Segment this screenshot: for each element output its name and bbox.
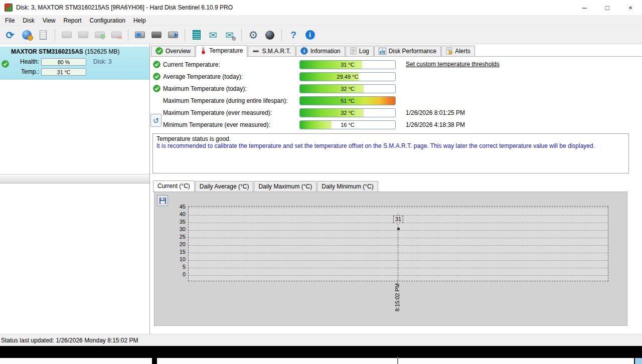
temperature-bar: 16 °C	[299, 120, 396, 129]
y-tick-label: 10	[169, 256, 186, 262]
maximize-button[interactable]: □	[596, 0, 619, 15]
gridline	[189, 260, 608, 261]
save-chart-button[interactable]	[157, 195, 168, 206]
tab-disk-performance[interactable]: Disk Performance	[374, 46, 441, 56]
y-tick-label: 20	[169, 241, 186, 247]
temperature-row-label: Current Temperature:	[163, 61, 220, 68]
chart-tab-daily-maximum-c[interactable]: Daily Maximum (°C)	[254, 181, 316, 192]
gridline	[189, 275, 608, 276]
app-logo-icon	[5, 4, 13, 12]
undo-icon: ↺	[153, 117, 159, 124]
y-tick-label: 40	[169, 211, 186, 217]
tab-bar: OverviewTemperatureS.M.A.R.T.iInformatio…	[151, 45, 642, 57]
tab-s-m-a-r-t[interactable]: S.M.A.R.T.	[248, 46, 295, 56]
disk-surface-icon[interactable]	[149, 28, 164, 42]
temperature-bar: 32 °C	[299, 108, 396, 117]
menu-disk[interactable]: Disk	[19, 16, 38, 25]
temperature-bar-value: 32 °C	[300, 110, 395, 116]
menu-view[interactable]: View	[39, 16, 60, 25]
tab-log[interactable]: Log	[346, 46, 374, 56]
world-status-icon[interactable]	[20, 28, 34, 42]
tab-alerts[interactable]: Alerts	[441, 46, 475, 56]
temperature-rows: Current Temperature:31 °CAverage Tempera…	[150, 59, 642, 131]
refresh-icon[interactable]: ⟳	[3, 28, 17, 42]
preferences-icon[interactable]	[263, 28, 277, 42]
tab-label: S.M.A.R.T.	[262, 48, 290, 55]
disk-remove-icon[interactable]	[109, 28, 123, 42]
health-bar: 80 %	[41, 58, 86, 66]
menu-report[interactable]: Report	[59, 16, 85, 25]
temperature-bar: 32 °C	[299, 84, 396, 93]
chart-tab-bar: Current (°C)Daily Average (°C)Daily Maxi…	[153, 180, 379, 192]
chart-tab-daily-minimum-c[interactable]: Daily Minimum (°C)	[317, 181, 378, 192]
desktop-fragment-mark	[397, 357, 398, 364]
disk-temp-row: Temp.: 31 °C	[0, 67, 149, 77]
disk-copy-icon[interactable]	[60, 28, 74, 42]
temperature-timestamp: 1/26/2026 4:18:38 PM	[406, 121, 465, 128]
disk-name: MAXTOR STM3160215AS	[11, 48, 83, 55]
disk-eject-icon[interactable]	[166, 28, 180, 42]
menu-file[interactable]: File	[1, 16, 19, 25]
temperature-row: Maximum Temperature (ever measured):32 °…	[150, 107, 642, 119]
menu-bar: FileDiskViewReportConfigurationHelp	[0, 15, 642, 26]
notebook-icon[interactable]	[190, 28, 204, 42]
close-button[interactable]: ×	[619, 0, 642, 15]
help-icon[interactable]: ?	[286, 28, 300, 42]
minimize-button[interactable]: ─	[573, 0, 596, 15]
x-tick-mark	[397, 281, 398, 285]
temperature-bar: 29.49 °C	[299, 72, 396, 81]
temperature-bar-value: 31 °C	[300, 62, 395, 68]
tab-label: Overview	[166, 48, 191, 55]
sidebar-splitter[interactable]	[0, 174, 149, 184]
toolbar-separator	[281, 29, 282, 41]
gridline	[189, 238, 608, 238]
y-tick-label: 0	[169, 271, 186, 277]
settings-icon[interactable]: ⚙	[246, 28, 260, 42]
report-icon[interactable]	[36, 28, 50, 42]
reset-min-max-button[interactable]: ↺	[150, 114, 162, 127]
tab-overview[interactable]: Overview	[151, 46, 195, 56]
disk-list-item-selected[interactable]: MAXTOR STM3160215AS (152625 MB) Health: …	[0, 47, 149, 80]
toolbar-separator	[128, 29, 128, 41]
disk-move-icon[interactable]	[76, 28, 90, 42]
disk-header: MAXTOR STM3160215AS (152625 MB)	[0, 48, 149, 55]
disk-accept-icon[interactable]	[93, 28, 107, 42]
performance-chart-icon	[379, 48, 386, 55]
tab-information[interactable]: iInformation	[296, 46, 345, 56]
gridline	[189, 245, 608, 246]
window-controls: ─ □ ×	[573, 0, 642, 15]
tab-temperature[interactable]: Temperature	[196, 45, 247, 57]
temp-value: 31 °C	[42, 69, 86, 75]
status-bar: Status last updated: 1/26/2026 Monday 8:…	[0, 334, 642, 346]
mail-config-icon[interactable]: ✉⚙	[223, 28, 237, 42]
y-tick-label: 35	[169, 219, 186, 225]
smart-dash-icon	[252, 48, 259, 55]
disk-health-row: Health: 80 % Disk: 3	[0, 57, 149, 67]
info-icon[interactable]: i	[303, 28, 317, 42]
desktop-strip	[0, 346, 642, 364]
chart-tab-daily-average-c[interactable]: Daily Average (°C)	[195, 181, 254, 192]
temperature-timestamp: 1/26/2026 8:01:25 PM	[406, 109, 465, 116]
gridline	[189, 268, 608, 268]
menu-configuration[interactable]: Configuration	[86, 16, 129, 25]
y-tick-label: 30	[169, 226, 186, 232]
data-point	[397, 228, 400, 230]
disk-detect-icon[interactable]	[133, 28, 147, 42]
temperature-bar: 31 °C	[299, 60, 396, 69]
data-point-label: 31	[393, 216, 403, 223]
tab-label: Disk Performance	[389, 48, 436, 55]
tab-label: Information	[310, 48, 341, 55]
data-point-vline	[398, 214, 398, 281]
set-custom-thresholds-link[interactable]: Set custom temperature thresholds	[406, 61, 500, 68]
desktop-accent	[635, 358, 642, 364]
temperature-row: Maximum Temperature (during entire lifes…	[150, 95, 642, 107]
chart-tab-current-c[interactable]: Current (°C)	[153, 180, 195, 192]
mail-icon[interactable]: ✉	[206, 28, 220, 42]
temp-label: Temp.:	[0, 68, 41, 75]
gridline	[189, 208, 608, 208]
tab-label: Temperature	[209, 47, 243, 54]
disk-health-ok-icon	[2, 60, 9, 69]
menu-help[interactable]: Help	[129, 16, 150, 25]
main-area: MAXTOR STM3160215AS (152625 MB) Health: …	[0, 44, 642, 334]
status-ok-icon	[153, 61, 161, 69]
